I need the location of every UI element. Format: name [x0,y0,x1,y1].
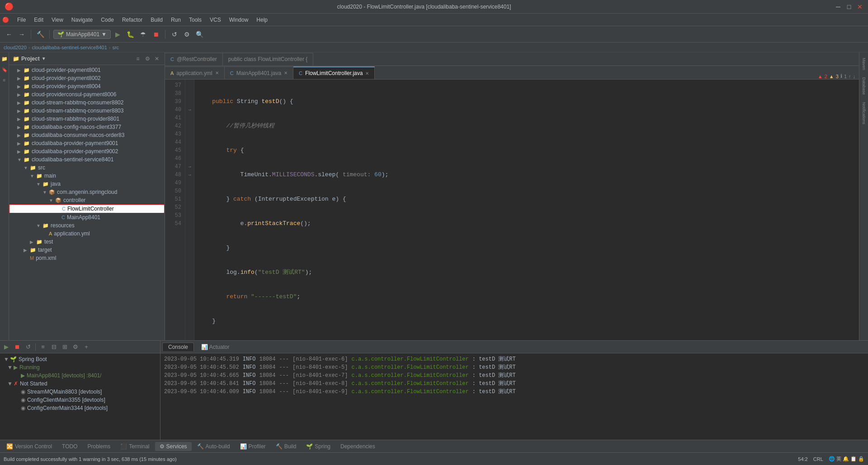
log-class4[interactable]: c.a.s.controller.FlowLimitController [352,380,469,388]
run-button[interactable]: ▶ [113,29,123,40]
run-config-selector[interactable]: 🌱 MainApp8401 ▼ [53,30,111,39]
menu-code[interactable]: Code [97,15,118,24]
tab-flowlimitcontroller[interactable]: C FlowLimitController.java ✕ [293,66,375,79]
stop-button[interactable]: ⏹ [151,29,161,40]
tree-item-pom.xml[interactable]: M pom.xml [9,254,165,262]
tree-item-cloudalibaba-provider-payment9001[interactable]: ▶ 📁 cloudalibaba-provider-payment9001 [9,139,165,147]
menu-navigate[interactable]: Navigate [68,15,96,24]
log-class3[interactable]: c.a.s.controller.FlowLimitController [352,371,469,380]
svc-running[interactable]: ▼ ▶ Running [0,363,160,371]
svc-config-center[interactable]: ◉ ConfigCenterMain3344 [devtools] [0,404,160,412]
svc-run-btn[interactable]: ▶ [2,343,11,352]
tree-item-application.yml[interactable]: A application.yml [9,230,165,238]
menu-refactor[interactable]: Refactor [118,15,146,24]
tab-problems[interactable]: Problems [83,442,115,451]
svc-collapse-btn[interactable]: ≡ [38,343,47,352]
svc-group-btn[interactable]: ⊞ [60,343,69,352]
tree-item-cloud-stream-rabbitmq-consumer8803[interactable]: ▶ 📁 cloud-stream-rabbitmq-consumer8803 [9,107,165,115]
tree-item-main[interactable]: ▼ 📁 main [9,172,165,180]
menu-file[interactable]: File [14,15,29,24]
toolbar-build-button[interactable]: 🔨 [35,29,46,40]
coverage-button[interactable]: ☂ [138,29,149,40]
tree-item-cloudalibaba-provider-payment9002[interactable]: ▶ 📁 cloudalibaba-provider-payment9002 [9,147,165,155]
log-class2[interactable]: c.a.s.controller.FlowLimitController [352,363,469,371]
tab-mainapp8401[interactable]: C MainApp8401.java ✕ [225,66,293,79]
bookmark-icon[interactable]: 🔖 [1,66,8,74]
tab-services[interactable]: ⚙ Services [155,442,192,451]
svc-filter-btn[interactable]: ⊟ [49,343,58,352]
breadcrumb-part2[interactable]: cloudalibaba-sentinel-service8401 [32,45,107,50]
svc-stream[interactable]: ◉ StreamMQMain8803 [devtools] [0,388,160,396]
svc-springboot[interactable]: ▼ 🌱 Spring Boot [0,355,160,363]
menu-view[interactable]: View [48,15,67,24]
search-button[interactable]: 🔍 [194,29,205,40]
minimize-button[interactable]: ─ [835,3,842,10]
database-icon[interactable]: Database [861,74,867,99]
maximize-button[interactable]: □ [845,3,853,10]
breadcrumb-part3[interactable]: src [112,45,119,50]
code-content[interactable]: public String testD() { //暂停几秒钟线程 try { … [194,80,859,340]
tab-close[interactable]: ✕ [215,70,219,75]
tree-item-FlowLimitController[interactable]: C FlowLimitController [9,204,165,213]
tree-item-cloud-providerconsul-payment8006[interactable]: ▶ 📁 cloud-providerconsul-payment8006 [9,90,165,99]
collapse-all-button[interactable]: ≡ [134,55,142,63]
menu-build[interactable]: Build [147,15,166,24]
tab-version-control[interactable]: 🔀 Version Control [2,442,57,451]
tab-auto-build[interactable]: 🔨 Auto-build [193,442,235,451]
project-icon[interactable]: 📁 [0,54,9,64]
structure-icon[interactable]: ≡ [2,76,7,85]
menu-run[interactable]: Run [167,15,184,24]
svc-mainapp[interactable]: ▶ MainApp8401 [devtools] :8401/ [0,371,160,380]
tab-close2[interactable]: ✕ [284,70,288,75]
tab-application-yml[interactable]: A application.yml ✕ [165,66,225,79]
actuator-tab[interactable]: 📊 Actuator [196,343,235,351]
tree-item-resources[interactable]: ▼ 📁 resources [9,221,165,230]
tree-item-MainApp8401[interactable]: C MainApp8401 [9,213,165,221]
tree-item-com.angenin.springcloud[interactable]: ▼ 📦 com.angenin.springcloud [9,188,165,196]
settings-button[interactable]: ⚙ [182,29,193,40]
tab-close3[interactable]: ✕ [365,71,369,76]
tree-item-cloudalibaba-consumer-nacos-order83[interactable]: ▶ 📁 cloudalibaba-consumer-nacos-order83 [9,131,165,139]
log-class[interactable]: c.a.s.controller.FlowLimitController [352,355,469,363]
tab-build[interactable]: 🔨 Build [271,442,301,451]
tab-profiler[interactable]: 📊 Profiler [236,442,270,451]
down-icon[interactable]: ↓ [853,74,856,79]
tree-item-src[interactable]: ▼ 📁 src [9,164,165,172]
tab-terminal[interactable]: ⬛ Terminal [116,442,154,451]
svc-settings-btn[interactable]: ⚙ [71,343,80,352]
menu-edit[interactable]: Edit [30,15,47,24]
tree-item-cloudalibaba-sentinel-service8401[interactable]: ▼ 📁 cloudalibaba-sentinel-service8401 [9,155,165,164]
menu-window[interactable]: Window [226,15,252,24]
tab-flowlimitcontroller-nopkg[interactable]: C @RestController [165,53,223,66]
menu-tools[interactable]: Tools [185,15,205,24]
tree-item-cloud-provider-payment8002[interactable]: ▶ 📁 cloud-provider-payment8002 [9,74,165,82]
settings-button[interactable]: ⚙ [143,55,151,63]
tree-item-target[interactable]: ▶ 📁 target [9,246,165,254]
tree-item-cloud-stream-rabbitmq-provider8801[interactable]: ▶ 📁 cloud-stream-rabbitmq-provider8801 [9,115,165,123]
up-icon[interactable]: ↑ [849,74,851,79]
log-class5[interactable]: c.a.s.controller.FlowLimitController [352,388,469,396]
close-button[interactable]: ✕ [856,3,863,10]
tree-item-cloud-provider-payment8001[interactable]: ▶ 📁 cloud-provider-payment8001 [9,66,165,74]
tab-class-header[interactable]: public class FlowLimitController { [223,53,313,66]
svc-stop-btn[interactable]: ⏹ [13,343,22,352]
tree-item-cloud-provider-payment8004[interactable]: ▶ 📁 cloud-provider-payment8004 [9,82,165,90]
svc-restart-btn[interactable]: ↺ [24,343,33,352]
tab-todo[interactable]: TODO [57,442,82,451]
debug-button[interactable]: 🐛 [125,29,136,40]
maven-icon[interactable]: Maven [861,54,867,74]
tree-item-cloud-stream-rabbitmq-consumer8802[interactable]: ▶ 📁 cloud-stream-rabbitmq-consumer8802 [9,99,165,107]
tree-item-cloudalibaba-config-nacos-client3377[interactable]: ▶ 📁 cloudalibaba-config-nacos-client3377 [9,123,165,131]
console-tab[interactable]: Console [162,343,194,351]
svc-config-client[interactable]: ◉ ConfigClientMain3355 [devtools] [0,396,160,404]
toolbar-forward-button[interactable]: → [16,29,27,40]
svc-add-btn[interactable]: + [82,343,91,352]
close-panel-button[interactable]: ✕ [153,55,161,63]
update-button[interactable]: ↺ [169,29,180,40]
toolbar-back-button[interactable]: ← [4,29,14,40]
menu-help[interactable]: Help [253,15,271,24]
tree-item-test[interactable]: ▶ 📁 test [9,238,165,246]
tree-item-controller[interactable]: ▼ 📦 controller [9,196,165,204]
breadcrumb-part1[interactable]: cloud2020 [4,45,27,50]
code-editor[interactable]: 3738394041 4243444546 4748495051 525354 … [165,80,859,340]
